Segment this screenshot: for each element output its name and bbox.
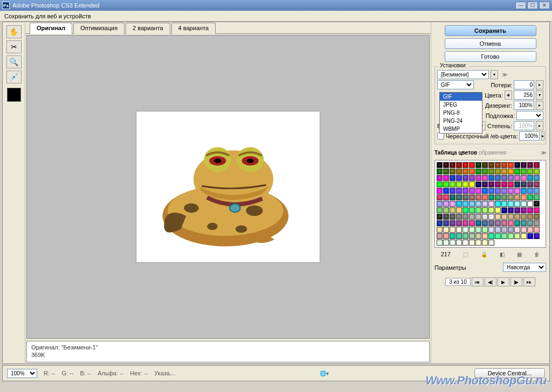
palette-swatch[interactable]	[463, 181, 468, 187]
palette-swatch[interactable]	[508, 214, 514, 220]
palette-swatch[interactable]	[527, 207, 533, 213]
palette-swatch[interactable]	[450, 201, 456, 207]
palette-swatch[interactable]	[495, 188, 501, 194]
palette-swatch[interactable]	[534, 194, 540, 200]
palette-swatch[interactable]	[443, 227, 449, 233]
zoom-select[interactable]: 100%	[7, 369, 37, 378]
amount-stepper[interactable]: ▸	[536, 121, 543, 130]
palette-swatch[interactable]	[437, 201, 443, 207]
palette-swatch[interactable]	[495, 227, 501, 233]
palette-swatch[interactable]	[475, 188, 481, 194]
palette-swatch[interactable]	[488, 188, 494, 194]
loop-select[interactable]: Навсегда	[503, 263, 546, 272]
palette-swatch[interactable]	[534, 188, 540, 194]
palette-swatch[interactable]	[482, 201, 488, 207]
palette-swatch[interactable]	[463, 188, 468, 194]
palette-swatch[interactable]	[495, 220, 501, 226]
palette-swatch[interactable]	[469, 214, 475, 220]
palette-lock-icon[interactable]: 🔒	[481, 251, 487, 257]
palette-swatch[interactable]	[482, 233, 488, 239]
palette-swatch[interactable]	[475, 181, 481, 187]
palette-swatch[interactable]	[514, 175, 520, 181]
palette-swatch[interactable]	[521, 214, 527, 220]
palette-swatch[interactable]	[527, 233, 533, 239]
palette-swatch[interactable]	[488, 214, 494, 220]
eyedropper-tool[interactable]: 💉	[6, 71, 22, 83]
hand-tool[interactable]: ✋	[6, 25, 22, 38]
palette-swatch[interactable]	[482, 214, 488, 220]
palette-swatch[interactable]	[514, 188, 520, 194]
palette-swatch[interactable]	[514, 162, 520, 168]
palette-swatch[interactable]	[463, 240, 468, 246]
palette-swatch[interactable]	[443, 240, 449, 246]
palette-swatch[interactable]	[488, 169, 494, 174]
palette-swatch[interactable]	[456, 240, 462, 246]
dither-stepper[interactable]: ▸	[536, 101, 543, 110]
palette-swatch[interactable]	[508, 162, 514, 168]
palette-swatch[interactable]	[469, 181, 475, 187]
palette-swatch[interactable]	[521, 181, 527, 187]
tab-optimized[interactable]: Оптимизация	[73, 23, 125, 34]
preset-select[interactable]: [Безимени]	[437, 70, 489, 79]
next-frame-button[interactable]: |▶	[510, 277, 522, 286]
palette-swatch[interactable]	[443, 169, 449, 174]
format-option-jpeg[interactable]: JPEG	[440, 101, 482, 109]
cancel-button[interactable]: Отмена	[445, 38, 536, 49]
palette-swatch[interactable]	[463, 194, 468, 200]
prev-frame-button[interactable]: ◀|	[485, 277, 496, 286]
colors-picker-icon[interactable]: ◈	[505, 90, 512, 100]
palette-swatch[interactable]	[469, 169, 475, 174]
palette-swatch[interactable]	[443, 233, 449, 239]
format-option-png8[interactable]: PNG-8	[440, 109, 482, 117]
minimize-button[interactable]: —	[515, 2, 526, 9]
palette-swatch[interactable]	[437, 240, 443, 246]
palette-swatch[interactable]	[456, 214, 462, 220]
palette-swatch[interactable]	[443, 201, 449, 207]
palette-swatch[interactable]	[495, 169, 501, 174]
palette-swatch[interactable]	[456, 162, 462, 168]
amount-input[interactable]	[514, 121, 534, 130]
palette-swatch[interactable]	[514, 201, 520, 207]
foreground-color-swatch[interactable]	[7, 88, 21, 102]
palette-swatch[interactable]	[521, 201, 527, 207]
palette-swatch[interactable]	[501, 162, 507, 168]
palette-swatch[interactable]	[488, 162, 494, 168]
palette-swatch[interactable]	[437, 220, 443, 226]
palette-swatch[interactable]	[508, 201, 514, 207]
palette-swatch[interactable]	[450, 214, 456, 220]
palette-swatch[interactable]	[508, 207, 514, 213]
zoom-tool[interactable]: 🔍	[6, 55, 22, 68]
palette-swatch[interactable]	[437, 233, 443, 239]
palette-swatch[interactable]	[508, 194, 514, 200]
palette-swatch[interactable]	[475, 201, 481, 207]
palette-swatch[interactable]	[495, 181, 501, 187]
palette-swatch[interactable]	[488, 220, 494, 226]
palette-swatch[interactable]	[443, 214, 449, 220]
palette-swatch[interactable]	[456, 233, 462, 239]
palette-swatch[interactable]	[443, 188, 449, 194]
palette-swatch[interactable]	[521, 162, 527, 168]
lossy-stepper[interactable]: ▸	[536, 80, 543, 89]
palette-swatch[interactable]	[495, 194, 501, 200]
palette-swatch[interactable]	[443, 220, 449, 226]
palette-swatch[interactable]	[437, 181, 443, 187]
palette-swatch[interactable]	[482, 194, 488, 200]
tab-4up[interactable]: 4 варианта	[171, 23, 216, 34]
format-select[interactable]: GIF	[437, 80, 474, 89]
palette-swatch[interactable]	[527, 227, 533, 233]
palette-swatch[interactable]	[469, 162, 475, 168]
palette-swatch[interactable]	[501, 233, 507, 239]
palette-swatch[interactable]	[534, 207, 540, 213]
palette-swatch[interactable]	[463, 227, 468, 233]
palette-swatch[interactable]	[450, 207, 456, 213]
palette-swatch[interactable]	[475, 220, 481, 226]
palette-swatch[interactable]	[534, 169, 540, 174]
palette-swatch[interactable]	[469, 220, 475, 226]
browser-preview-icon[interactable]: 🌐▾	[320, 370, 329, 376]
palette-swatch[interactable]	[521, 188, 527, 194]
palette-swatch[interactable]	[456, 188, 462, 194]
palette-swatch[interactable]	[437, 194, 443, 200]
palette-swatch[interactable]	[521, 175, 527, 181]
palette-swatch[interactable]	[527, 220, 533, 226]
palette-swatch[interactable]	[488, 181, 494, 187]
